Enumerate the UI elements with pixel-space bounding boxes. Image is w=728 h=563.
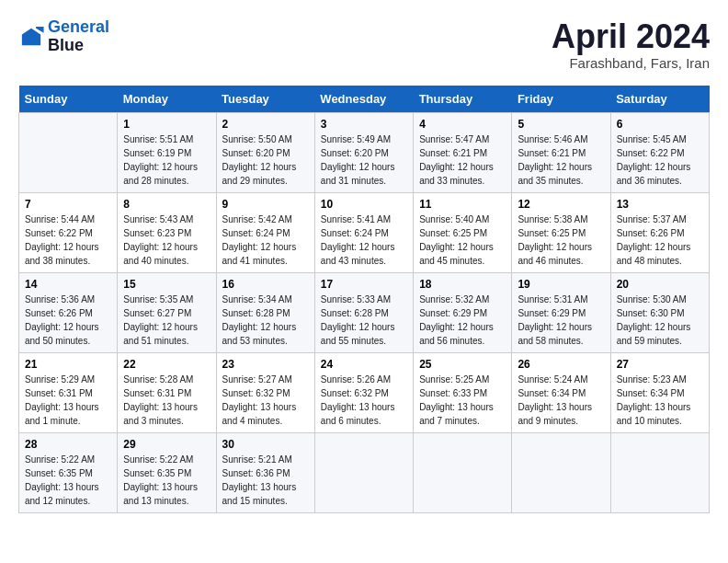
day-info: Sunrise: 5:35 AMSunset: 6:27 PMDaylight:… [123, 293, 210, 348]
day-number: 27 [617, 358, 703, 371]
day-number: 25 [419, 358, 506, 371]
day-number: 18 [419, 278, 506, 291]
calendar-cell: 28Sunrise: 5:22 AMSunset: 6:35 PMDayligh… [19, 432, 118, 512]
day-info: Sunrise: 5:40 AMSunset: 6:25 PMDaylight:… [419, 213, 506, 268]
header-day: Monday [118, 86, 216, 113]
day-number: 15 [123, 278, 210, 291]
calendar-cell: 19Sunrise: 5:31 AMSunset: 6:29 PMDayligh… [512, 272, 610, 352]
day-number: 19 [518, 278, 604, 291]
day-number: 23 [222, 358, 309, 371]
day-number: 28 [25, 438, 111, 451]
day-info: Sunrise: 5:46 AMSunset: 6:21 PMDaylight:… [518, 132, 604, 188]
day-info: Sunrise: 5:44 AMSunset: 6:22 PMDaylight:… [25, 213, 111, 268]
week-row: 28Sunrise: 5:22 AMSunset: 6:35 PMDayligh… [19, 432, 710, 512]
calendar-cell: 23Sunrise: 5:27 AMSunset: 6:32 PMDayligh… [216, 352, 314, 432]
calendar-cell: 27Sunrise: 5:23 AMSunset: 6:34 PMDayligh… [610, 352, 709, 432]
calendar-cell: 1Sunrise: 5:51 AMSunset: 6:19 PMDaylight… [118, 112, 216, 192]
day-info: Sunrise: 5:36 AMSunset: 6:26 PMDaylight:… [25, 293, 111, 348]
calendar-cell [414, 432, 512, 512]
calendar-cell: 30Sunrise: 5:21 AMSunset: 6:36 PMDayligh… [216, 432, 314, 512]
day-info: Sunrise: 5:22 AMSunset: 6:35 PMDaylight:… [25, 453, 111, 508]
day-number: 20 [617, 278, 703, 291]
week-row: 7Sunrise: 5:44 AMSunset: 6:22 PMDaylight… [19, 192, 710, 272]
calendar-cell: 6Sunrise: 5:45 AMSunset: 6:22 PMDaylight… [610, 112, 709, 192]
page-header: General Blue April 2024 Farashband, Fars… [18, 18, 710, 71]
day-number: 21 [25, 358, 111, 371]
day-info: Sunrise: 5:37 AMSunset: 6:26 PMDaylight:… [617, 213, 703, 268]
calendar-cell: 26Sunrise: 5:24 AMSunset: 6:34 PMDayligh… [512, 352, 610, 432]
main-title: April 2024 [552, 18, 710, 55]
day-number: 9 [222, 198, 309, 211]
header-row: SundayMondayTuesdayWednesdayThursdayFrid… [19, 86, 710, 113]
day-info: Sunrise: 5:32 AMSunset: 6:29 PMDaylight:… [419, 293, 506, 348]
calendar-cell: 8Sunrise: 5:43 AMSunset: 6:23 PMDaylight… [118, 192, 216, 272]
calendar-cell: 5Sunrise: 5:46 AMSunset: 6:21 PMDaylight… [512, 112, 610, 192]
day-info: Sunrise: 5:33 AMSunset: 6:28 PMDaylight:… [321, 293, 407, 348]
week-row: 21Sunrise: 5:29 AMSunset: 6:31 PMDayligh… [19, 352, 710, 432]
day-number: 24 [321, 358, 407, 371]
calendar-cell: 22Sunrise: 5:28 AMSunset: 6:31 PMDayligh… [118, 352, 216, 432]
calendar-cell: 7Sunrise: 5:44 AMSunset: 6:22 PMDaylight… [19, 192, 118, 272]
calendar-cell: 9Sunrise: 5:42 AMSunset: 6:24 PMDaylight… [216, 192, 314, 272]
day-info: Sunrise: 5:31 AMSunset: 6:29 PMDaylight:… [518, 293, 604, 348]
day-info: Sunrise: 5:23 AMSunset: 6:34 PMDaylight:… [617, 373, 703, 428]
calendar-cell: 21Sunrise: 5:29 AMSunset: 6:31 PMDayligh… [19, 352, 118, 432]
calendar-cell: 25Sunrise: 5:25 AMSunset: 6:33 PMDayligh… [414, 352, 512, 432]
week-row: 14Sunrise: 5:36 AMSunset: 6:26 PMDayligh… [19, 272, 710, 352]
header-day: Tuesday [216, 86, 314, 113]
svg-marker-1 [36, 27, 43, 33]
day-info: Sunrise: 5:42 AMSunset: 6:24 PMDaylight:… [222, 213, 309, 268]
calendar-cell: 13Sunrise: 5:37 AMSunset: 6:26 PMDayligh… [610, 192, 709, 272]
day-info: Sunrise: 5:51 AMSunset: 6:19 PMDaylight:… [123, 132, 210, 188]
day-number: 30 [222, 438, 309, 451]
day-number: 14 [25, 278, 111, 291]
day-info: Sunrise: 5:25 AMSunset: 6:33 PMDaylight:… [419, 373, 506, 428]
calendar-cell [314, 432, 413, 512]
day-number: 10 [321, 198, 407, 211]
calendar-cell: 10Sunrise: 5:41 AMSunset: 6:24 PMDayligh… [314, 192, 413, 272]
day-number: 4 [419, 118, 506, 131]
calendar-cell: 14Sunrise: 5:36 AMSunset: 6:26 PMDayligh… [19, 272, 118, 352]
day-number: 12 [518, 198, 604, 211]
header-day: Wednesday [314, 86, 413, 113]
day-info: Sunrise: 5:22 AMSunset: 6:35 PMDaylight:… [123, 453, 210, 508]
day-info: Sunrise: 5:29 AMSunset: 6:31 PMDaylight:… [25, 373, 111, 428]
day-number: 29 [123, 438, 210, 451]
day-info: Sunrise: 5:26 AMSunset: 6:32 PMDaylight:… [321, 373, 407, 428]
day-number: 3 [321, 118, 407, 131]
header-day: Sunday [19, 86, 118, 113]
day-number: 1 [123, 118, 210, 131]
day-info: Sunrise: 5:21 AMSunset: 6:36 PMDaylight:… [222, 453, 309, 508]
day-number: 8 [123, 198, 210, 211]
header-day: Saturday [610, 86, 709, 113]
day-info: Sunrise: 5:43 AMSunset: 6:23 PMDaylight:… [123, 213, 210, 268]
day-number: 11 [419, 198, 506, 211]
calendar-cell: 2Sunrise: 5:50 AMSunset: 6:20 PMDaylight… [216, 112, 314, 192]
logo-icon [18, 27, 44, 47]
day-info: Sunrise: 5:38 AMSunset: 6:25 PMDaylight:… [518, 213, 604, 268]
subtitle: Farashband, Fars, Iran [552, 55, 710, 71]
day-info: Sunrise: 5:47 AMSunset: 6:21 PMDaylight:… [419, 132, 506, 188]
day-number: 22 [123, 358, 210, 371]
day-number: 17 [321, 278, 407, 291]
header-day: Thursday [414, 86, 512, 113]
day-number: 13 [617, 198, 703, 211]
svg-marker-0 [22, 28, 40, 45]
calendar-cell: 20Sunrise: 5:30 AMSunset: 6:30 PMDayligh… [610, 272, 709, 352]
day-info: Sunrise: 5:28 AMSunset: 6:31 PMDaylight:… [123, 373, 210, 428]
calendar-cell: 24Sunrise: 5:26 AMSunset: 6:32 PMDayligh… [314, 352, 413, 432]
logo-text: General Blue [48, 18, 109, 55]
calendar-cell: 3Sunrise: 5:49 AMSunset: 6:20 PMDaylight… [314, 112, 413, 192]
calendar-cell: 11Sunrise: 5:40 AMSunset: 6:25 PMDayligh… [414, 192, 512, 272]
calendar-cell [19, 112, 118, 192]
title-area: April 2024 Farashband, Fars, Iran [552, 18, 710, 71]
day-info: Sunrise: 5:30 AMSunset: 6:30 PMDaylight:… [617, 293, 703, 348]
header-day: Friday [512, 86, 610, 113]
day-info: Sunrise: 5:49 AMSunset: 6:20 PMDaylight:… [321, 132, 407, 188]
calendar-cell: 15Sunrise: 5:35 AMSunset: 6:27 PMDayligh… [118, 272, 216, 352]
day-info: Sunrise: 5:27 AMSunset: 6:32 PMDaylight:… [222, 373, 309, 428]
day-number: 26 [518, 358, 604, 371]
day-info: Sunrise: 5:50 AMSunset: 6:20 PMDaylight:… [222, 132, 309, 188]
calendar-cell [610, 432, 709, 512]
calendar-cell: 12Sunrise: 5:38 AMSunset: 6:25 PMDayligh… [512, 192, 610, 272]
